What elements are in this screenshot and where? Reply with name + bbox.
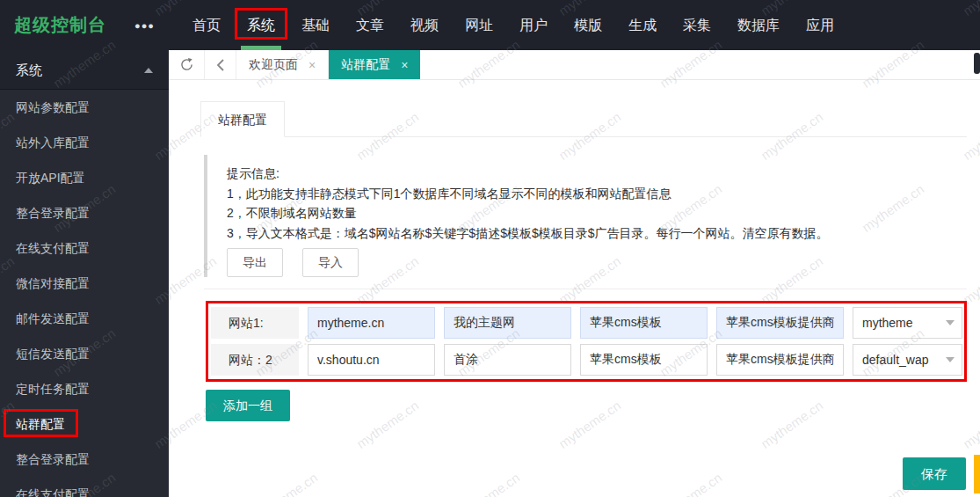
divider — [204, 289, 967, 289]
sidebar: 系统 网站参数配置 站外入库配置 开放API配置 整合登录配置 在线支付配置 微… — [0, 50, 169, 497]
page-tab-bar: 欢迎页面 × 站群配置 × — [169, 50, 980, 80]
chevron-down-icon — [946, 357, 955, 362]
nav-item-template[interactable]: 模版 — [561, 0, 615, 50]
nav-item-system-label: 系统 — [247, 18, 275, 33]
chevron-down-icon — [946, 320, 955, 325]
site-row-1: 网站1: mytheme — [206, 306, 967, 340]
sidebar-item-online-payment[interactable]: 在线支付配置 — [0, 230, 169, 266]
nav-item-url[interactable]: 网址 — [452, 0, 506, 50]
site-1-name-input[interactable] — [444, 307, 571, 339]
sidebar-section-label: 系统 — [16, 62, 42, 77]
site-1-label: 网站1: — [211, 307, 299, 339]
hint-line-3: 3，导入文本格式是：域名$网站名称$关键字$描述$模板$模板目录$广告目录。每行… — [227, 223, 967, 244]
site-1-template-value: mytheme — [862, 316, 913, 330]
sidebar-section-system[interactable]: 系统 — [0, 50, 169, 90]
site-1-keywords-input[interactable] — [580, 307, 708, 339]
nav-item-database[interactable]: 数据库 — [724, 0, 793, 50]
sidebar-item-wechat[interactable]: 微信对接配置 — [0, 266, 169, 301]
site-2-label: 网站：2 — [211, 344, 299, 376]
sidebar-item-site-group-label: 站群配置 — [16, 417, 65, 431]
more-menu-icon[interactable]: ●●● — [134, 20, 155, 31]
nav-item-app[interactable]: 应用 — [793, 0, 847, 50]
hint-line-2: 2，不限制域名网站数量 — [227, 203, 967, 223]
sidebar-item-login-integration[interactable]: 整合登录配置 — [0, 195, 169, 230]
site-2-template-value: default_wap — [862, 353, 929, 367]
card-tab-header: 站群配置 — [200, 101, 967, 137]
scrollbar-thumb[interactable] — [974, 53, 980, 74]
top-nav: 首页 系统 基础 文章 视频 网址 用户 模版 生成 采集 数据库 应用 — [179, 0, 847, 50]
nav-item-video[interactable]: 视频 — [397, 0, 452, 50]
nav-item-home[interactable]: 首页 — [179, 0, 234, 50]
site-1-description-input[interactable] — [716, 307, 844, 339]
tab-welcome[interactable]: 欢迎页面 × — [236, 50, 329, 79]
add-group-button[interactable]: 添加一组 — [206, 390, 290, 421]
refresh-icon — [180, 58, 193, 71]
site-2-name-input[interactable] — [444, 344, 571, 376]
sidebar-item-site-params[interactable]: 网站参数配置 — [0, 90, 169, 125]
sidebar-item-login-integration-2[interactable]: 整合登录配置 — [0, 442, 169, 477]
sidebar-item-online-payment-2[interactable]: 在线支付配置 — [0, 477, 169, 497]
site-2-domain-input[interactable] — [308, 344, 435, 376]
sidebar-item-email[interactable]: 邮件发送配置 — [0, 301, 169, 336]
save-button[interactable]: 保存 — [903, 457, 966, 490]
hint-block: 提示信息: 1，此功能支持非静态模式下同1个数据库不同域名显示不同的模板和网站配… — [204, 155, 967, 277]
nav-item-system[interactable]: 系统 — [234, 0, 288, 50]
floating-button-partial[interactable] — [974, 455, 980, 493]
back-button[interactable] — [205, 50, 236, 79]
top-bar: 超级控制台 ●●● 首页 系统 基础 文章 视频 网址 用户 模版 生成 采集 … — [0, 0, 980, 50]
nav-item-user[interactable]: 用户 — [506, 0, 561, 50]
close-icon[interactable]: × — [401, 58, 408, 72]
site-2-template-select[interactable]: default_wap — [853, 344, 962, 376]
hint-title: 提示信息: — [227, 164, 967, 184]
nav-item-article[interactable]: 文章 — [343, 0, 397, 50]
chevron-up-icon — [144, 68, 153, 73]
site-1-domain-input[interactable] — [308, 307, 435, 339]
app-title: 超级控制台 — [14, 13, 106, 37]
tab-welcome-label: 欢迎页面 — [249, 57, 298, 73]
chevron-left-icon — [216, 59, 225, 71]
site-2-keywords-input[interactable] — [580, 344, 708, 376]
nav-item-collect[interactable]: 采集 — [670, 0, 724, 50]
site-row-2: 网站：2 default_wap — [206, 343, 967, 376]
nav-item-basic[interactable]: 基础 — [288, 0, 343, 50]
refresh-button[interactable] — [169, 50, 205, 79]
card-tab-site-group[interactable]: 站群配置 — [200, 101, 285, 137]
close-icon[interactable]: × — [309, 58, 316, 72]
tab-site-group-label: 站群配置 — [341, 57, 390, 73]
main-content: 站群配置 提示信息: 1，此功能支持非静态模式下同1个数据库不同域名显示不同的模… — [169, 80, 980, 497]
hint-line-1: 1，此功能支持非静态模式下同1个数据库不同域名显示不同的模板和网站配置信息 — [227, 184, 967, 204]
sidebar-item-offsite-storage[interactable]: 站外入库配置 — [0, 125, 169, 160]
export-button[interactable]: 导出 — [227, 248, 283, 277]
sidebar-item-sms[interactable]: 短信发送配置 — [0, 336, 169, 371]
sidebar-item-open-api[interactable]: 开放API配置 — [0, 160, 169, 195]
tab-site-group[interactable]: 站群配置 × — [329, 50, 420, 79]
site-1-template-select[interactable]: mytheme — [853, 307, 962, 339]
site-rows: 网站1: mytheme 网站：2 default_wap — [206, 301, 967, 382]
brand-area: 超级控制台 ●●● — [0, 13, 169, 37]
import-button[interactable]: 导入 — [302, 248, 359, 277]
site-2-description-input[interactable] — [716, 344, 844, 376]
sidebar-item-cron[interactable]: 定时任务配置 — [0, 371, 169, 406]
sidebar-item-site-group[interactable]: 站群配置 — [0, 406, 169, 442]
nav-item-generate[interactable]: 生成 — [615, 0, 670, 50]
